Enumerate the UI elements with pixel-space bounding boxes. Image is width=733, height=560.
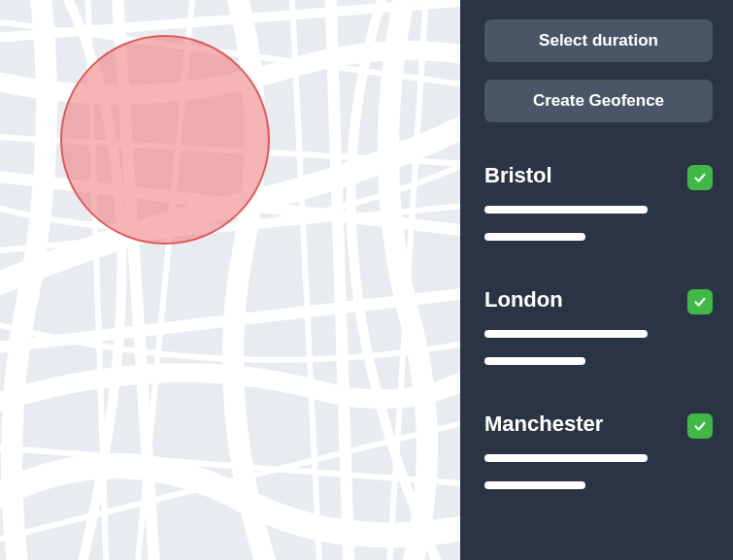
sidebar: Select duration Create Geofence Bristol … [460, 0, 733, 560]
geofence-name: Bristol [484, 163, 713, 188]
detail-placeholder [484, 481, 585, 489]
detail-placeholder [484, 233, 585, 241]
geofence-item-london[interactable]: London [484, 287, 713, 365]
geofence-item-manchester[interactable]: Manchester [484, 412, 713, 489]
detail-placeholder [484, 330, 648, 338]
detail-placeholder [484, 454, 648, 462]
check-icon [687, 165, 713, 190]
geofence-list: Bristol London Manchester [484, 163, 713, 489]
select-duration-button[interactable]: Select duration [484, 19, 713, 62]
geofence-name: Manchester [484, 412, 713, 437]
detail-placeholder [484, 357, 585, 365]
geofence-item-bristol[interactable]: Bristol [484, 163, 713, 241]
check-icon [687, 413, 713, 439]
detail-placeholder [484, 206, 648, 214]
create-geofence-button[interactable]: Create Geofence [484, 80, 713, 122]
check-icon [687, 289, 713, 314]
geofence-name: London [484, 287, 713, 313]
geofence-radius-overlay[interactable] [60, 35, 270, 245]
map-area[interactable] [0, 0, 460, 560]
